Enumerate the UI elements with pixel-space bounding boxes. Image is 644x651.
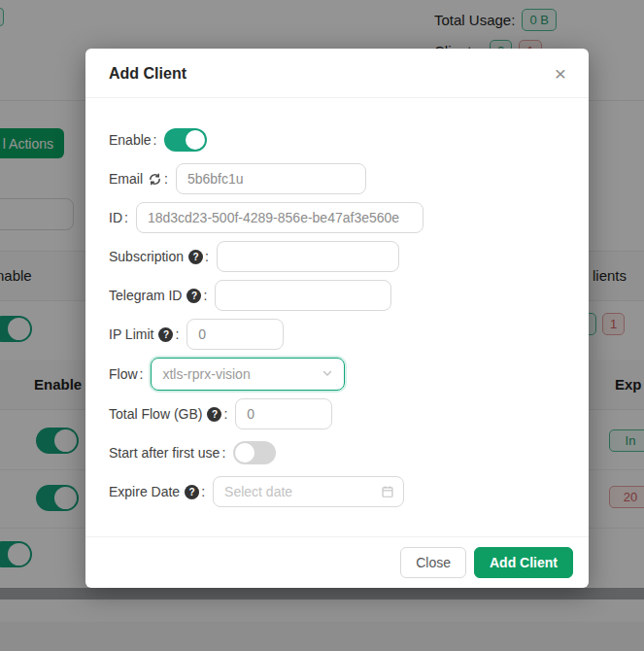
chevron-down-icon <box>322 366 333 382</box>
email-row: Email : <box>109 163 565 194</box>
id-label: ID <box>109 210 122 225</box>
id-row: ID: <box>109 202 565 233</box>
modal-title: Add Client <box>109 65 186 82</box>
enable-label: Enable <box>109 132 152 148</box>
start-after-first-use-row: Start after first use: <box>109 437 565 468</box>
ip-limit-input[interactable] <box>186 319 284 350</box>
telegram-id-label: Telegram ID <box>109 288 182 303</box>
refresh-icon[interactable] <box>148 172 162 187</box>
help-icon[interactable]: ? <box>188 250 203 264</box>
modal-header: Add Client × <box>85 49 589 98</box>
subscription-row: Subscription ?: <box>109 241 565 272</box>
flow-select-value: xtls-rprx-vision <box>162 366 250 382</box>
email-label: Email <box>109 171 143 187</box>
ip-limit-label: IP Limit <box>109 326 153 342</box>
subscription-label: Subscription <box>109 249 184 264</box>
calendar-icon <box>381 485 394 498</box>
total-flow-input[interactable] <box>235 398 332 429</box>
start-after-first-use-label: Start after first use <box>109 445 220 461</box>
id-input[interactable] <box>136 202 424 233</box>
help-icon[interactable]: ? <box>185 485 199 499</box>
total-flow-row: Total Flow (GB) ?: <box>109 398 565 429</box>
ip-limit-row: IP Limit ?: <box>109 319 565 350</box>
email-input[interactable] <box>176 163 366 194</box>
expire-date-label: Expire Date <box>109 484 180 499</box>
add-client-button[interactable]: Add Client <box>474 547 573 578</box>
enable-row: Enable: <box>109 124 565 155</box>
telegram-id-input[interactable] <box>215 280 391 311</box>
close-button[interactable]: Close <box>400 547 466 578</box>
total-flow-label: Total Flow (GB) <box>109 406 202 422</box>
telegram-id-row: Telegram ID ?: <box>109 280 565 311</box>
modal-body: Enable: Email : ID: Subscription <box>85 98 589 536</box>
flow-select[interactable]: xtls-rprx-vision <box>151 358 345 391</box>
help-icon[interactable]: ? <box>207 407 221 422</box>
start-after-first-use-toggle[interactable] <box>233 441 276 464</box>
help-icon[interactable]: ? <box>186 289 201 303</box>
enable-toggle[interactable] <box>164 128 207 152</box>
close-icon[interactable]: × <box>548 61 573 86</box>
screen: Total Usage: 0 B Clients: 2 1 l Actions … <box>0 0 644 651</box>
add-client-modal: Add Client × Enable: Email : ID: <box>85 49 589 588</box>
modal-footer: Close Add Client <box>85 536 589 588</box>
subscription-input[interactable] <box>217 241 399 272</box>
expire-date-row: Expire Date ?: <box>109 476 565 507</box>
expire-date-input[interactable] <box>213 476 404 507</box>
flow-label: Flow <box>109 366 138 382</box>
flow-row: Flow: xtls-rprx-vision <box>109 358 565 391</box>
help-icon[interactable]: ? <box>158 327 173 342</box>
